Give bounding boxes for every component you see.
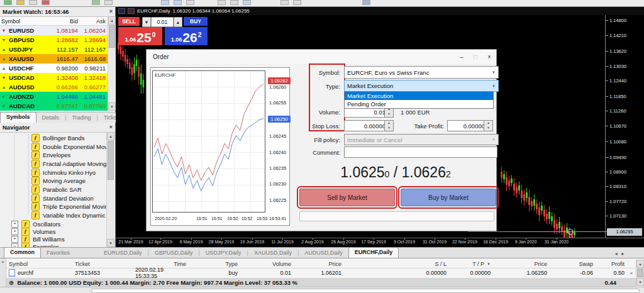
col-swap[interactable]: Swap [548,260,594,268]
symbol-select[interactable]: EURCHF, Euro vs Swiss Franc ▼ [344,66,499,79]
toolbar-icon[interactable] [243,0,251,5]
take-profit-input[interactable]: 0.00000 [447,120,487,131]
chart-tab-usdjpy[interactable]: USDJPY,Daily [200,248,247,258]
order-symbol[interactable]: eurchf [6,268,72,277]
scroll-thumb[interactable] [637,268,643,277]
col-symbol[interactable]: Symbol [6,260,72,268]
tab-trading[interactable]: Trading [66,113,96,123]
group-examples[interactable]: −ƒExamples [11,243,59,247]
step-down-icon[interactable]: ▼ [385,126,393,131]
symbol-row-usdcad[interactable]: ▼ USDCAD 1.32408 1.32418 [0,73,108,82]
navigator-scrollbar[interactable]: ▲ ▼ [106,132,114,247]
indicator-triple-exponential[interactable]: ƒTriple Exponential Moving [31,202,111,211]
toolbar-icon[interactable] [104,0,113,5]
toolbar-icon[interactable] [16,0,25,5]
toolbar-icon[interactable] [174,0,182,5]
chart-tab-e urchf[interactable]: EURCHF,Daily [348,247,399,258]
symbol-row-gbpusd[interactable]: ▼ GBPUSD 1.28682 1.28694 [0,35,108,45]
tab-symbols[interactable]: Symbols [0,112,36,123]
indicator-bollinger-bands[interactable]: ƒBollinger Bands [31,134,85,142]
column-symbol[interactable]: Symbol [0,18,45,25]
stop-loss-input[interactable]: 0.00000 [344,120,388,131]
chart-tab-eurusd[interactable]: EURUSD,Daily [98,248,148,258]
sell-by-market-button[interactable]: Sell by Market [299,189,395,206]
toolbar-icon[interactable] [362,0,370,5]
stop-loss-stepper[interactable]: ▲▼ [384,120,394,131]
step-down-icon[interactable]: ▼ [484,126,492,131]
expand-icon[interactable]: + [11,221,18,228]
symbol-row-eurusd[interactable]: ▼ EURUSD 1.08194 1.08204 [0,26,108,35]
comment-input[interactable] [344,146,497,158]
scroll-up-icon[interactable]: ▲ [636,260,644,268]
chart-tab-gbpusd[interactable]: GBPUSD,Daily [149,248,199,258]
symbol-row-audusd[interactable]: ▲ AUDUSD 0.66266 0.66277 [0,82,108,92]
close-icon[interactable]: × [1,259,4,265]
col-ticket[interactable]: Ticket [72,260,135,268]
indicator-double-exponential[interactable]: ƒDouble Exponential Movin [31,143,112,151]
symbol-row-audnzd[interactable]: ✔ AUDNZD 1.04466 1.04481 [0,92,108,101]
price-scale[interactable]: 1.14800 1.14210 1.13620 1.13030 1.12440 … [605,15,644,238]
scroll-down-icon[interactable]: ▼ [636,278,644,286]
scroll-thumb[interactable] [109,25,115,48]
scroll-down-icon[interactable]: ▼ [107,239,114,247]
circled-plus-icon[interactable]: ⊕ [9,279,14,286]
scroll-down-icon[interactable]: ▼ [108,102,116,111]
toolbar-icon[interactable] [230,0,238,5]
chart-tab-audusd[interactable]: AUDUSD,Daily [299,248,348,258]
minimize-icon[interactable]: – [455,53,469,60]
col-type[interactable]: Type [187,260,239,268]
expand-icon[interactable]: + [11,228,18,235]
toolbar-icon[interactable] [4,0,12,5]
col-profit[interactable]: Profit [594,260,626,268]
symbol-row-xauusd[interactable]: ▲ XAUUSD 1616.47 1616.68 [0,54,108,64]
step-up-icon[interactable]: ▲ [385,121,393,126]
toolbar-icon[interactable] [92,0,100,5]
symbol-row-usdjpy[interactable]: ▲ USDJPY 112.157 112.167 [0,45,108,54]
chart-tab-xauusd[interactable]: XAUUSD,Daily [248,248,297,258]
scroll-up-icon[interactable]: ▲ [107,132,114,140]
step-up-icon[interactable]: ▲ [484,121,492,126]
tab-scroll-arrows[interactable]: ◄ ► [614,252,625,258]
toolbox-scrollbar[interactable]: ▲ ▼ [636,260,644,286]
indicator-envelopes[interactable]: ƒEnvelopes [31,151,70,159]
type-option-pending-order[interactable]: Pending Order [345,100,493,108]
col-price-open[interactable]: Price [292,260,343,268]
tab-common[interactable]: Common [4,247,41,258]
close-icon[interactable]: × [109,124,113,130]
buy-by-market-button[interactable]: Buy by Market [401,189,496,206]
indicator-fractal-adaptive[interactable]: ƒFractal Adaptive Moving A [31,160,112,168]
indicator-moving-average[interactable]: ƒMoving Average [31,177,86,185]
market-watch-scrollbar[interactable]: ▲ ▼ [108,16,116,111]
column-ask[interactable]: Ask [78,18,108,25]
take-profit-stepper[interactable]: ▲▼ [484,120,493,131]
indicator-variable-index[interactable]: ƒVariable Index Dynamic A [31,211,111,219]
toolbar-icon[interactable] [29,0,37,5]
step-down-icon[interactable]: ▼ [385,112,393,117]
type-option-market-execution[interactable]: Market Execution [345,92,493,100]
toolbar-icon[interactable] [218,0,226,5]
date-axis[interactable]: 21 Mar 2019 12 Apr 2019 6 May 2019 28 Ma… [116,238,644,247]
col-price-current[interactable]: Price [492,260,548,268]
toolbar-icon[interactable] [161,0,169,5]
scroll-up-icon[interactable]: ▲ [108,16,116,25]
indicator-parabolic-sar[interactable]: ƒParabolic SAR [31,185,82,194]
symbol-row-audcad[interactable]: ✔ AUDCAD 0.87747 0.87760 [0,101,108,111]
scroll-thumb[interactable] [108,141,114,180]
indicator-standard-deviation[interactable]: ƒStandard Deviation [31,194,94,202]
type-select[interactable]: Market Execution ▼ [344,80,499,92]
column-bid[interactable]: Bid [45,18,78,25]
indicator-ichimoku[interactable]: ƒIchimoku Kinko Hyo [31,169,96,177]
toolbar-icon[interactable] [280,0,289,5]
toolbar-icon[interactable] [186,0,194,5]
expand-icon[interactable]: + [11,236,18,243]
dialog-titlebar[interactable]: Order – □ × [147,50,496,64]
symbol-row-usdchf[interactable]: ▲ USDCHF 0.98200 0.98211 [0,64,108,73]
tab-favorites[interactable]: Favorites [41,248,75,258]
col-sl[interactable]: S / L [343,260,448,268]
col-tp[interactable]: T / P▼ [448,260,492,268]
close-icon[interactable]: × [482,53,496,60]
close-icon[interactable]: × [109,9,113,14]
col-volume[interactable]: Volume [239,260,292,268]
toolbar-icon[interactable] [42,0,50,5]
toolbar-icon[interactable] [293,0,301,5]
